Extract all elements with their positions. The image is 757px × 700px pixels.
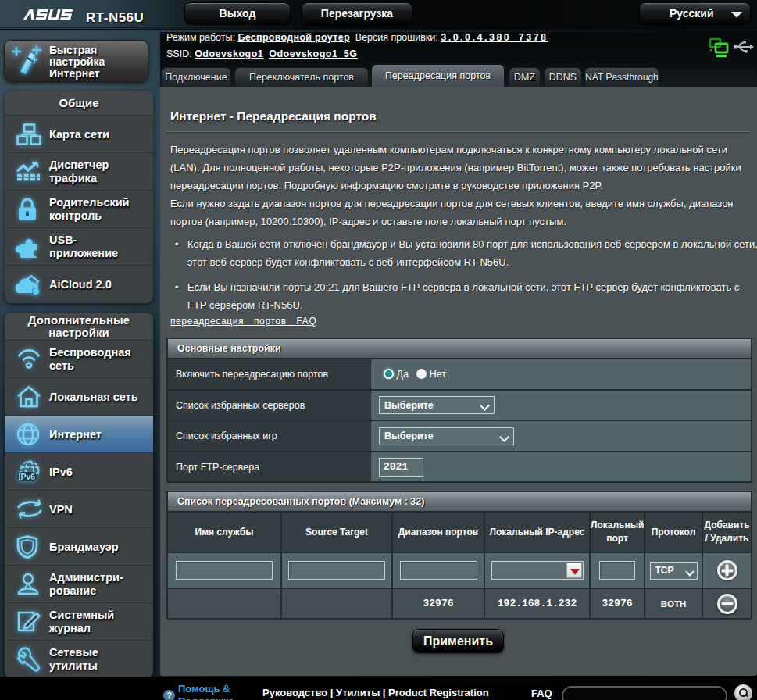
svg-text:IPv6: IPv6	[19, 471, 36, 480]
